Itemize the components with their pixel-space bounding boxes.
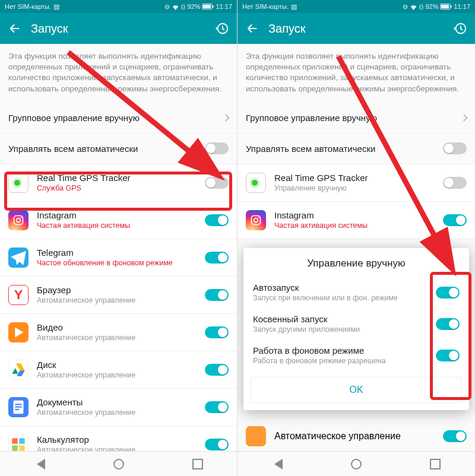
dialog-toggle-secondary[interactable] <box>436 318 460 330</box>
group-manage-row[interactable]: Групповое управление вручную <box>238 103 475 134</box>
nav-home-icon[interactable] <box>113 459 124 469</box>
wifi-icon <box>410 4 417 10</box>
app-toggle-gps[interactable] <box>205 177 229 189</box>
app-icon-docs <box>8 397 28 417</box>
svg-rect-12 <box>19 438 24 443</box>
app-sub: Частая активация системы <box>274 221 443 230</box>
app-toggle-docs[interactable] <box>205 401 229 413</box>
app-row-browser[interactable]: Y Браузер Автоматическое управление <box>0 277 237 314</box>
app-icon-calc <box>8 434 28 451</box>
app-row-instagram[interactable]: Instagram Частая активация системы <box>0 202 237 239</box>
app-row-calc[interactable]: Калькулятор Автоматическое управление <box>0 426 237 451</box>
battery-pct: 92% <box>425 3 438 10</box>
app-toggle-video[interactable] <box>205 326 229 338</box>
app-name: Браузер <box>37 285 205 295</box>
chevron-right-icon <box>460 114 468 122</box>
back-icon[interactable] <box>246 22 259 35</box>
dialog-ok-button[interactable]: OK <box>251 377 462 403</box>
app-toggle-disk[interactable] <box>205 364 229 376</box>
app-icon-video <box>8 322 28 342</box>
nav-back-icon[interactable] <box>272 459 283 469</box>
app-icon-gps <box>8 173 28 193</box>
app-row-disk[interactable]: Диск Автоматическое управление <box>0 351 237 389</box>
back-icon[interactable] <box>8 22 21 35</box>
history-icon[interactable] <box>454 22 467 35</box>
app-toggle-generic[interactable] <box>443 430 467 442</box>
manage-all-toggle[interactable] <box>443 142 467 154</box>
data-icon: ⎙ <box>419 3 423 10</box>
group-manage-label: Групповое управление вручную <box>246 113 461 123</box>
app-name: Instagram <box>37 210 205 220</box>
nav-recent-icon[interactable] <box>192 459 203 469</box>
svg-rect-13 <box>12 445 17 450</box>
page-title: Запуск <box>31 22 206 36</box>
app-sub: Автоматическое управление <box>37 334 205 342</box>
nav-home-icon[interactable] <box>351 459 362 469</box>
app-icon-telegram <box>8 247 28 268</box>
app-sub: Автоматическое управление <box>37 296 205 304</box>
chevron-right-icon <box>222 114 230 122</box>
description-text: Эта функция позволяет выполнять идентифи… <box>0 44 237 103</box>
svg-point-5 <box>17 218 21 223</box>
phone-left: Нет SIM-карты. ▧ ⊖ ⎙ 92% 11:17 Запуск Эт… <box>0 0 238 476</box>
group-manage-row[interactable]: Групповое управление вручную <box>0 103 237 134</box>
app-toggle-browser[interactable] <box>205 289 229 301</box>
nav-bar <box>238 451 475 476</box>
dialog-row-secondary[interactable]: Косвенный запуск Запуск другими приложен… <box>243 308 469 339</box>
svg-rect-17 <box>451 5 452 8</box>
app-sub: Частая активация системы <box>37 221 205 230</box>
svg-rect-9 <box>15 406 21 407</box>
battery-icon <box>440 4 452 9</box>
clock: 11:17 <box>216 3 232 10</box>
app-icon-yandex: Y <box>8 285 28 305</box>
wifi-icon <box>172 4 179 10</box>
svg-point-6 <box>21 217 22 218</box>
app-bar: Запуск <box>238 13 475 44</box>
dialog-toggle-autostart[interactable] <box>436 287 460 299</box>
dialog-item-sub: Запуск другими приложениями <box>253 325 436 334</box>
svg-rect-1 <box>203 5 211 8</box>
dnd-icon: ⊖ <box>164 3 170 11</box>
app-row-gps[interactable]: Real Time GPS Tracker Управление вручную <box>238 164 475 202</box>
dialog-item-title: Работа в фоновом режиме <box>253 345 436 356</box>
sim-status: Нет SIM-карты. <box>242 3 289 10</box>
dialog-row-autostart[interactable]: Автозапуск Запуск при включении или в фо… <box>243 277 469 308</box>
app-row-telegram[interactable]: Telegram Частое обновление в фоновом реж… <box>0 239 237 277</box>
svg-rect-14 <box>19 445 24 450</box>
manual-manage-dialog: Управление вручную Автозапуск Запуск при… <box>243 248 469 410</box>
dialog-toggle-background[interactable] <box>436 350 460 361</box>
group-manage-label: Групповое управление вручную <box>8 113 223 123</box>
app-sub: Автоматическое управление <box>37 371 205 379</box>
app-row-docs[interactable]: Документы Автоматическое управление <box>0 389 237 426</box>
dialog-title: Управление вручную <box>243 248 469 277</box>
app-row-video[interactable]: Видео Автоматическое управление <box>0 314 237 351</box>
battery-pct: 92% <box>187 3 200 10</box>
app-sub: Служба GPS <box>37 184 205 192</box>
app-name: Real Time GPS Tracker <box>274 173 443 183</box>
status-bar: Нет SIM-карты. ▧ ⊖ ⎙ 92% 11:17 <box>0 0 237 13</box>
svg-rect-10 <box>15 409 19 410</box>
app-toggle-telegram[interactable] <box>205 252 229 264</box>
image-icon: ▧ <box>291 3 297 11</box>
manage-all-toggle[interactable] <box>205 142 229 154</box>
phone-right: Нет SIM-карты. ▧ ⊖ ⎙ 92% 11:17 Запуск Эт… <box>238 0 475 476</box>
manage-all-row[interactable]: Управлять всем автоматически <box>238 134 475 164</box>
app-toggle-instagram[interactable] <box>205 214 229 226</box>
data-icon: ⎙ <box>181 3 185 10</box>
history-icon[interactable] <box>216 22 229 35</box>
svg-rect-8 <box>15 404 21 405</box>
app-name: Telegram <box>37 247 205 258</box>
nav-back-icon[interactable] <box>34 459 45 469</box>
app-toggle-instagram[interactable] <box>443 214 467 226</box>
app-row-instagram[interactable]: Instagram Частая активация системы <box>238 202 475 239</box>
app-row-gps[interactable]: Real Time GPS Tracker Служба GPS <box>0 164 237 202</box>
app-toggle-gps[interactable] <box>443 177 467 189</box>
manage-all-row[interactable]: Управлять всем автоматически <box>0 134 237 164</box>
app-icon-instagram <box>8 210 28 230</box>
app-toggle-calc[interactable] <box>205 439 229 450</box>
description-text: Эта функция позволяет выполнять идентифи… <box>238 44 475 103</box>
svg-rect-11 <box>12 438 17 443</box>
nav-recent-icon[interactable] <box>430 459 441 469</box>
manage-all-label: Управлять всем автоматически <box>246 144 443 154</box>
dialog-row-background[interactable]: Работа в фоновом режиме Работа в фоновом… <box>243 339 469 371</box>
